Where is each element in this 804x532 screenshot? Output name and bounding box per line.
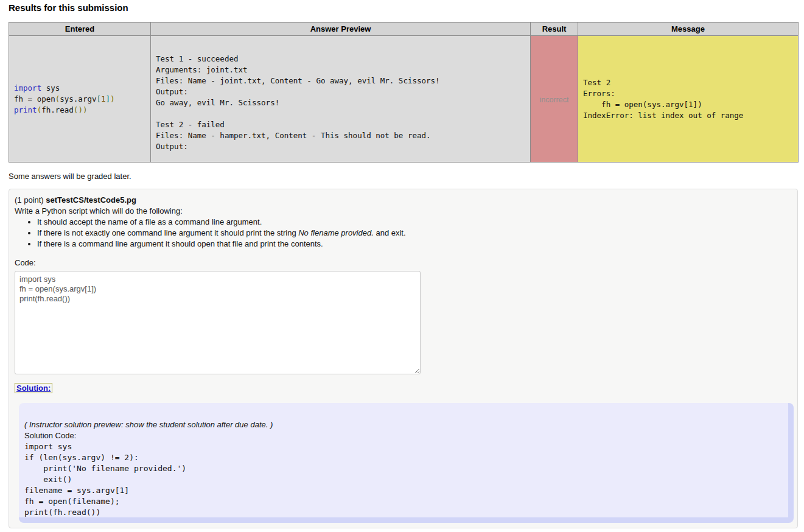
column-header-entered: Entered <box>9 23 151 36</box>
preview-line: Files: Name - joint.txt, Content - Go aw… <box>156 75 525 86</box>
solution-code-line: filename = sys.argv[1] <box>24 485 788 496</box>
code-input-label: Code: <box>15 257 792 268</box>
message-line: Test 2 <box>583 77 798 88</box>
message-line: fh = open(sys.argv[1]) <box>583 99 798 110</box>
graded-later-note: Some answers will be graded later. <box>9 172 131 181</box>
column-header-message: Message <box>578 23 799 36</box>
entered-code-line: import sys <box>14 83 150 94</box>
column-header-result: Result <box>531 23 578 36</box>
problem-container: (1 point) setTestCS/testCode5.pg Write a… <box>9 189 798 528</box>
solution-code-line: exit() <box>24 474 788 485</box>
page-title: Results for this submission <box>9 2 128 13</box>
page: Results for this submission Entered Answ… <box>0 0 804 532</box>
solution-code-label: Solution Code: <box>24 430 788 441</box>
table-header-row: Entered Answer Preview Result Message <box>9 23 799 36</box>
problem-heading: (1 point) setTestCS/testCode5.pg <box>15 195 792 206</box>
preview-line: Files: Name - hamper.txt, Content - This… <box>156 130 525 141</box>
entered-cell: import sys fh = open(sys.argv[1]) print(… <box>9 36 151 163</box>
message-cell: Test 2 Errors: fh = open(sys.argv[1]) In… <box>578 36 799 163</box>
preview-line: Test 1 - succeeded <box>156 54 525 65</box>
answer-preview-cell: Test 1 - succeeded Arguments: joint.txt … <box>151 36 531 163</box>
solution-preview-panel: ( Instructor solution preview: show the … <box>19 403 794 523</box>
code-input[interactable]: import sys fh = open(sys.argv[1]) print(… <box>15 271 421 374</box>
preview-line: Test 2 - failed <box>156 119 525 130</box>
solution-code-line: fh = open(filename); <box>24 496 788 507</box>
solution-code-line: print('No filename provided.') <box>24 463 788 474</box>
preview-line: Output: <box>156 86 525 97</box>
result-status-badge: incorrect <box>540 96 569 104</box>
entered-code-line: fh = open(sys.argv[1]) <box>14 94 150 105</box>
preview-line: Arguments: joint.txt <box>156 65 525 75</box>
result-cell: incorrect <box>531 36 578 163</box>
solution-code-line: import sys <box>24 441 788 452</box>
message-line: Errors: <box>583 88 798 99</box>
solution-code-line: print(fh.read()) <box>24 507 788 518</box>
attempt-results-table: Entered Answer Preview Result Message im… <box>9 22 799 163</box>
preview-line: Go away, evil Mr. Scissors! <box>156 97 525 108</box>
points-label: (1 point) <box>15 195 46 205</box>
column-header-answer-preview: Answer Preview <box>151 23 531 36</box>
preview-line: Output: <box>156 141 525 152</box>
list-item: It should accept the name of a file as a… <box>37 217 792 228</box>
list-item: If there is not exactly one command line… <box>37 228 792 239</box>
problem-source-file: setTestCS/testCode5.pg <box>46 195 136 205</box>
instructor-preview-note: ( Instructor solution preview: show the … <box>24 419 788 430</box>
list-item: If there is a command line argument it s… <box>37 239 792 250</box>
problem-intro: Write a Python script which will do the … <box>15 206 792 217</box>
entered-code-line: print(fh.read()) <box>14 105 150 116</box>
requirements-list: It should accept the name of a file as a… <box>37 217 792 250</box>
table-row: import sys fh = open(sys.argv[1]) print(… <box>9 36 799 163</box>
preview-line <box>156 108 525 119</box>
expected-string: No flename provided. <box>298 228 374 237</box>
solution-toggle-link[interactable]: Solution: <box>15 383 52 393</box>
solution-code-line: if (len(sys.argv) != 2): <box>24 452 788 463</box>
message-line: IndexError: list index out of range <box>583 110 798 121</box>
